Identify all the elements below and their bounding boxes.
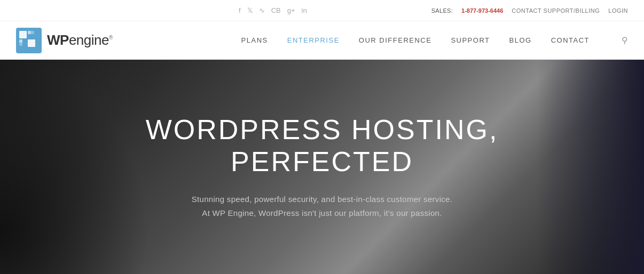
hero-left-overlay bbox=[0, 60, 150, 274]
nav-enterprise[interactable]: ENTERPRISE bbox=[287, 36, 340, 44]
svg-rect-6 bbox=[19, 43, 22, 46]
cb-icon[interactable]: CB bbox=[271, 6, 281, 14]
contact-support-link[interactable]: CONTACT SUPPORT/BILLING bbox=[512, 7, 600, 14]
hero-subtext-line2: At WP Engine, WordPress isn't just our p… bbox=[202, 208, 442, 217]
hero-headline-line2: PERFECTED bbox=[231, 146, 413, 177]
hero-headline-line1: WORDPRESS HOSTING, bbox=[146, 114, 499, 145]
hero-subtext: Stunning speed, powerful security, and b… bbox=[146, 192, 499, 220]
search-icon[interactable]: ⚲ bbox=[622, 35, 628, 45]
hero-section: WORDPRESS HOSTING, PERFECTED Stunning sp… bbox=[0, 60, 644, 274]
logo-icon bbox=[16, 28, 42, 53]
hero-right-overlay bbox=[537, 60, 644, 274]
social-links: f 𝕏 ∿ CB g+ in bbox=[16, 6, 423, 14]
linkedin-icon[interactable]: in bbox=[302, 6, 307, 14]
svg-rect-2 bbox=[28, 31, 31, 34]
hero-headline: WORDPRESS HOSTING, PERFECTED bbox=[146, 114, 499, 178]
nav-contact[interactable]: CONTACT bbox=[551, 36, 590, 44]
nav-support[interactable]: SUPPORT bbox=[451, 36, 490, 44]
googleplus-icon[interactable]: g+ bbox=[287, 6, 295, 14]
svg-rect-3 bbox=[19, 39, 22, 43]
svg-rect-5 bbox=[31, 31, 34, 34]
top-bar: f 𝕏 ∿ CB g+ in SALES: 1-877-973-6446 CON… bbox=[0, 0, 644, 21]
main-nav: WPengine® PLANS ENTERPRISE OUR DIFFERENC… bbox=[0, 21, 644, 60]
svg-rect-4 bbox=[28, 39, 35, 47]
facebook-icon[interactable]: f bbox=[239, 6, 241, 14]
logo-text: WPengine® bbox=[47, 32, 113, 49]
sales-phone[interactable]: 1-877-973-6446 bbox=[461, 7, 503, 14]
top-bar-right: SALES: 1-877-973-6446 CONTACT SUPPORT/BI… bbox=[431, 7, 628, 14]
twitter-icon[interactable]: 𝕏 bbox=[247, 6, 253, 14]
nav-our-difference[interactable]: OUR DIFFERENCE bbox=[359, 36, 432, 44]
nav-plans[interactable]: PLANS bbox=[241, 36, 268, 44]
hero-subtext-line1: Stunning speed, powerful security, and b… bbox=[192, 195, 452, 204]
rss-icon[interactable]: ∿ bbox=[259, 6, 265, 14]
hero-content: WORDPRESS HOSTING, PERFECTED Stunning sp… bbox=[146, 114, 499, 220]
login-link[interactable]: LOGIN bbox=[608, 7, 628, 14]
nav-links: PLANS ENTERPRISE OUR DIFFERENCE SUPPORT … bbox=[241, 35, 628, 45]
sales-label: SALES: bbox=[431, 7, 453, 14]
logo[interactable]: WPengine® bbox=[16, 28, 113, 53]
svg-rect-1 bbox=[19, 31, 27, 38]
nav-blog[interactable]: BLOG bbox=[509, 36, 532, 44]
